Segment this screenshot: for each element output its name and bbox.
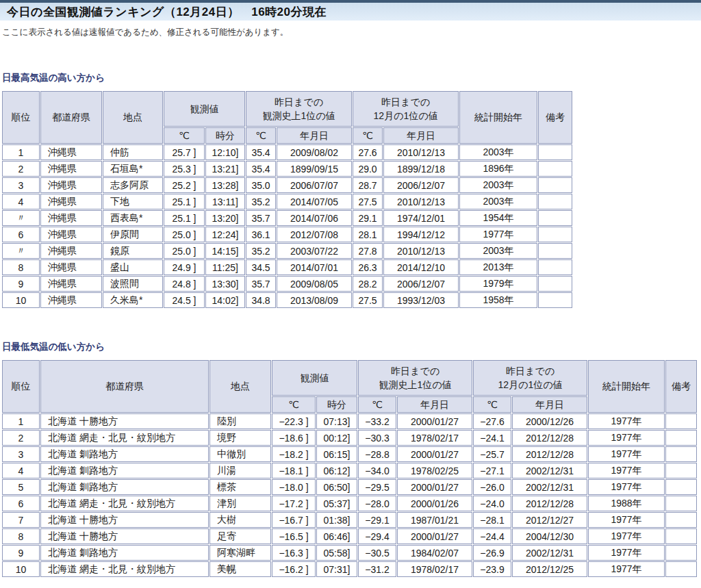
prefecture-cell: 沖縄県	[40, 276, 102, 292]
observed-time-cell: 06:15]	[316, 446, 357, 462]
stats-start-year-cell: 1977年	[588, 446, 665, 462]
record-date-cell: 1899/09/15	[277, 161, 352, 177]
table-row: 1北海道 十勝地方陸別−22.3 ]07:13]−33.22000/01/27−…	[2, 413, 697, 429]
december-record-date-cell: 2012/12/28	[512, 496, 587, 511]
record-all-line1: 昨日までの	[275, 97, 323, 107]
remarks-cell	[665, 528, 697, 544]
december-record-date-cell: 2010/12/13	[383, 243, 459, 259]
stats-start-year-cell: 1977年	[588, 545, 665, 561]
station-cell: 伊原間	[103, 227, 163, 242]
station-cell: 盛山	[103, 259, 163, 275]
december-record-temp-cell: −27.6	[473, 413, 511, 429]
rank-cell: 1	[2, 144, 40, 160]
record-date-cell: 1978/02/17	[397, 430, 472, 446]
station-cell: 久米島*	[103, 292, 163, 308]
rank-cell: 7	[2, 512, 40, 528]
station-cell: 美幌	[209, 561, 271, 577]
observed-time-cell: 05:37]	[316, 496, 357, 511]
remarks-cell	[665, 545, 697, 561]
remarks-cell	[538, 194, 572, 209]
rank-cell: 5	[2, 479, 40, 495]
observed-temp-cell: 25.3 ]	[164, 161, 205, 177]
record-date-cell: 2014/07/05	[277, 194, 352, 209]
observed-time-cell: 06:46]	[316, 528, 357, 544]
col-header-remarks: 備考	[538, 91, 572, 144]
december-record-temp-cell: 27.5	[353, 292, 383, 308]
rank-cell: 2	[2, 430, 40, 446]
col-header-record-all-time: 昨日までの 観測史上1位の値	[246, 91, 352, 127]
observed-time-cell: 13:20]	[205, 210, 245, 226]
remarks-cell	[665, 463, 697, 478]
observed-time-cell: 05:58]	[316, 545, 357, 561]
observed-time-cell: 01:38]	[316, 512, 357, 528]
min-temperature-heading: 日最低気温の低い方から	[1, 341, 701, 359]
december-record-date-cell: 2010/12/13	[383, 144, 459, 160]
stats-start-year-cell: 1977年	[588, 528, 665, 544]
december-record-date-cell: 2002/12/31	[512, 545, 587, 561]
observed-time-cell: 13:11]	[205, 194, 245, 209]
observed-time-cell: 00:12]	[316, 430, 357, 446]
table-row: 6北海道 網走・北見・紋別地方津別−17.2 ]05:37]−28.02000/…	[2, 496, 697, 511]
station-cell: 鏡原	[103, 243, 163, 259]
col-header-rank: 順位	[2, 91, 40, 144]
december-record-date-cell: 2012/12/27	[512, 512, 587, 528]
observed-time-cell: 12:10]	[205, 144, 245, 160]
col-header-observed: 観測値	[164, 91, 245, 127]
observed-time-cell: 13:30]	[205, 276, 245, 292]
station-cell: 陸別	[209, 413, 271, 429]
observed-time-cell: 07:31]	[316, 561, 357, 577]
record-dec-line2: 12月の1位の値	[498, 379, 562, 390]
record-temp-cell: 35.2	[246, 243, 276, 259]
max-temperature-table: 順位 都道府県 地点 観測値 昨日までの 観測史上1位の値 昨日までの 12月の…	[1, 90, 573, 309]
observed-temp-cell: 25.7 ]	[164, 144, 205, 160]
record-temp-cell: 35.0	[246, 177, 276, 193]
record-all-line1: 昨日までの	[391, 366, 439, 376]
prefecture-cell: 沖縄県	[40, 259, 102, 275]
table-row: 10沖縄県久米島*24.5 ]14:02]34.82013/08/0927.51…	[2, 292, 572, 308]
max-temperature-heading: 日最高気温の高い方から	[1, 72, 701, 90]
unit-header-time: 時分	[316, 396, 357, 413]
record-temp-cell: 36.1	[246, 227, 276, 242]
december-record-date-cell: 2012/12/28	[512, 446, 587, 462]
observed-temp-cell: −22.3 ]	[272, 413, 316, 429]
remarks-cell	[538, 177, 572, 193]
unit-header-celsius: ℃	[473, 396, 511, 413]
stats-start-year-cell: 1977年	[588, 463, 665, 478]
december-record-temp-cell: 27.5	[353, 194, 383, 209]
record-date-cell: 2013/08/09	[277, 292, 352, 308]
col-header-remarks: 備考	[665, 360, 697, 413]
record-temp-cell: 35.7	[246, 276, 276, 292]
record-date-cell: 2009/08/02	[277, 144, 352, 160]
december-record-temp-cell: −26.0	[473, 479, 511, 495]
december-record-date-cell: 2010/12/13	[383, 194, 459, 209]
unit-header-date: 年月日	[512, 396, 587, 413]
december-record-temp-cell: 28.7	[353, 177, 383, 193]
prefecture-cell: 沖縄県	[40, 243, 102, 259]
observed-temp-cell: 25.1 ]	[164, 194, 205, 209]
prefecture-cell: 沖縄県	[40, 177, 102, 193]
col-header-record-all-time: 昨日までの 観測史上1位の値	[358, 360, 472, 396]
prefecture-cell: 北海道 釧路地方	[40, 479, 209, 495]
col-header-stats-start: 統計開始年	[459, 91, 537, 144]
record-all-line2: 観測史上1位の値	[262, 110, 335, 121]
record-dec-line2: 12月の1位の値	[373, 110, 437, 121]
stats-start-year-cell: 2003年	[459, 194, 537, 209]
stats-start-year-cell: 1977年	[588, 413, 665, 429]
station-cell: 下地	[103, 194, 163, 209]
station-cell: 大樹	[209, 512, 271, 528]
december-record-temp-cell: 29.0	[353, 161, 383, 177]
record-date-cell: 2000/01/26	[397, 496, 472, 511]
station-cell: 志多阿原	[103, 177, 163, 193]
rank-cell: 6	[2, 227, 40, 242]
record-temp-cell: −30.5	[358, 545, 396, 561]
rank-cell: 1	[2, 413, 40, 429]
rank-cell: 9	[2, 276, 40, 292]
record-all-line2: 観測史上1位の値	[379, 379, 451, 390]
stats-start-year-cell: 1979年	[459, 276, 537, 292]
record-date-cell: 2009/08/05	[277, 276, 352, 292]
record-date-cell: 2003/07/22	[277, 243, 352, 259]
december-record-date-cell: 1974/12/01	[383, 210, 459, 226]
prefecture-cell: 北海道 網走・北見・紋別地方	[40, 430, 209, 446]
record-temp-cell: −34.0	[358, 463, 396, 478]
col-header-stats-start: 統計開始年	[588, 360, 665, 413]
